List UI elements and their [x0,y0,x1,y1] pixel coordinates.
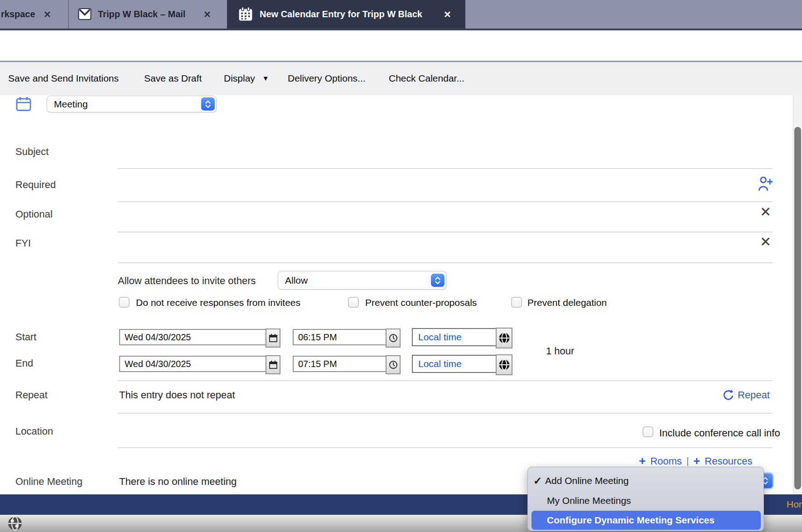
display-caret-icon: ▼ [262,74,269,82]
subject-field-underline[interactable] [118,168,773,169]
entry-type-select[interactable]: Meeting [47,96,217,112]
add-person-icon[interactable] [757,176,773,192]
start-date-value: Wed 04/30/2025 [120,332,191,343]
start-time-picker-icon[interactable] [386,329,401,348]
calendar-entry-icon [15,96,32,112]
no-responses-label: Do not receive responses from invitees [136,297,300,308]
menu-item-configure-dynamic-meeting-services[interactable]: Configure Dynamic Meeting Services [531,511,761,530]
home-link[interactable]: Home [787,499,802,510]
tab-calendar-entry[interactable]: New Calendar Entry for Tripp W Black ✕ [227,0,465,29]
invite-others-value: Allow [278,275,308,286]
fyi-field-underline[interactable] [118,262,773,263]
tab-bar: rkspace ✕ Tripp W Black – Mail ✕ [0,0,802,30]
add-rooms-plus-icon[interactable]: + [639,454,646,468]
start-time-field[interactable]: 06:15 PM [293,329,400,345]
end-timezone-value: Local time [413,358,462,369]
save-as-draft-button[interactable]: Save as Draft [144,73,202,84]
end-time-field[interactable]: 07:15 PM [293,356,400,372]
invite-others-select[interactable]: Allow [278,271,446,290]
rooms-link[interactable]: Rooms [650,455,682,467]
tab-mail-label: Tripp W Black – Mail [98,9,185,19]
check-calendar-button[interactable]: Check Calendar... [389,73,464,84]
mail-icon [78,8,92,20]
start-label: Start [15,331,36,343]
start-time-value: 06:15 PM [294,332,337,343]
start-timezone-field[interactable]: Local time [412,328,512,346]
end-timezone-field[interactable]: Local time [412,355,512,373]
tab-mail-close-icon[interactable]: ✕ [203,9,211,20]
online-meeting-context-menu: ✓ Add Online Meeting My Online Meetings … [527,467,764,531]
start-date-field[interactable]: Wed 04/30/2025 [119,329,280,345]
location-label: Location [15,426,53,437]
clear-optional-icon[interactable]: ✕ [760,204,771,220]
include-conference-call-checkbox[interactable] [643,426,653,437]
add-resources-plus-icon[interactable]: + [693,454,700,468]
resources-link[interactable]: Resources [705,455,752,467]
rich-text-toolbar: ▼ ▼ [0,30,802,61]
start-timezone-globe-icon[interactable] [496,328,512,348]
subject-label: Subject [15,146,48,158]
end-date-picker-icon[interactable] [266,355,280,374]
required-field-underline[interactable] [118,201,773,202]
invite-others-stepper-icon [431,274,444,287]
action-bar: Save and Send Invitations Save as Draft … [0,61,802,95]
menu-item-label: My Online Meetings [531,495,631,506]
checkmark-icon: ✓ [531,475,545,487]
app-window: rkspace ✕ Tripp W Black – Mail ✕ [0,0,802,532]
repeat-label: Repeat [15,389,48,401]
online-meeting-label: Online Meeting [15,476,82,488]
clear-fyi-icon[interactable]: ✕ [760,234,771,250]
prevent-delegation-checkbox[interactable] [511,297,522,308]
repeat-row-divider [118,413,773,414]
end-time-picker-icon[interactable] [386,355,401,374]
end-label: End [15,358,33,369]
end-date-field[interactable]: Wed 04/30/2025 [119,356,280,372]
display-menu-label: Display [224,73,255,83]
repeat-icon [722,389,735,401]
prevent-counter-proposals-label: Prevent counter-proposals [365,297,477,308]
tab-mail[interactable]: Tripp W Black – Mail ✕ [69,0,227,29]
include-conference-call-label: Include conference call info [659,427,780,439]
delivery-options-button[interactable]: Delivery Options... [288,73,366,84]
calendar-tab-icon [238,7,253,21]
save-and-send-button[interactable]: Save and Send Invitations [8,73,119,84]
online-meeting-status-text: There is no online meeting [119,476,237,488]
tab-workspace[interactable]: rkspace ✕ [0,0,68,29]
rooms-resources-separator: | [686,456,689,466]
fyi-label: FYI [15,237,31,249]
menu-item-my-online-meetings[interactable]: My Online Meetings [531,493,761,509]
menu-item-label: Configure Dynamic Meeting Services [531,515,715,526]
entry-type-stepper-icon [201,97,215,111]
duration-text: 1 hour [546,345,574,357]
entry-type-value: Meeting [47,99,88,110]
tab-workspace-close-icon[interactable]: ✕ [43,9,51,20]
invite-others-label: Allow attendees to invite others [118,275,256,287]
vertical-scrollbar-track[interactable] [793,95,802,494]
end-timezone-globe-icon[interactable] [496,354,512,375]
network-globe-icon [7,516,23,531]
menu-item-add-online-meeting[interactable]: ✓ Add Online Meeting [531,473,761,489]
required-label: Required [15,179,56,191]
prevent-delegation-label: Prevent delegation [527,297,607,308]
rooms-resources-row: + Rooms | + Resources [639,454,752,468]
repeat-link[interactable]: Repeat [722,389,770,401]
repeat-link-label: Repeat [738,389,770,401]
start-timezone-value: Local time [413,332,462,343]
end-date-value: Wed 04/30/2025 [120,359,191,369]
tab-calendar-entry-close-icon[interactable]: ✕ [444,9,451,20]
display-menu-button[interactable]: Display ▼ [224,73,269,84]
menu-item-label: Add Online Meeting [545,475,628,486]
optional-label: Optional [15,208,53,220]
no-responses-checkbox[interactable] [119,297,130,308]
tab-workspace-label: rkspace [1,9,35,19]
optional-field-underline[interactable] [118,232,773,232]
tab-calendar-entry-label: New Calendar Entry for Tripp W Black [260,9,422,19]
end-row-divider [118,380,773,381]
vertical-scrollbar-thumb[interactable] [794,127,801,489]
end-time-value: 07:15 PM [294,359,337,369]
start-date-picker-icon[interactable] [266,329,280,348]
location-field-underline[interactable] [118,447,773,448]
repeat-status-text: This entry does not repeat [119,389,235,401]
prevent-counter-proposals-checkbox[interactable] [348,297,359,308]
